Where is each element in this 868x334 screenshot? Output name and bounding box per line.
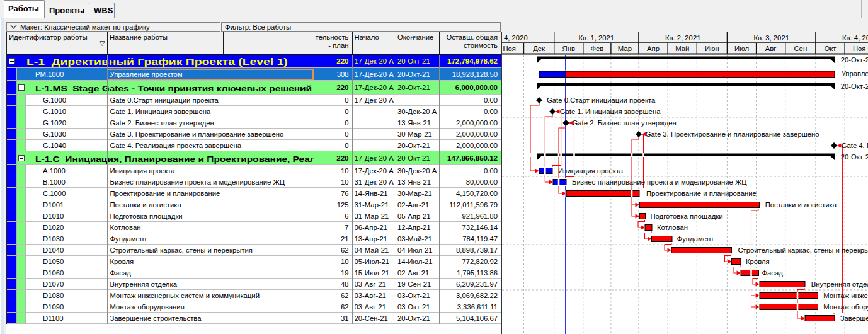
svg-text:Инициация проекта: Инициация проекта (558, 167, 624, 175)
svg-text:Кв. 3, 2021: Кв. 3, 2021 (753, 34, 789, 42)
svg-text:Внутренняя отделка: Внутренняя отделка (811, 280, 868, 288)
svg-text:Кв. 4, 20: Кв. 4, 20 (842, 34, 868, 42)
svg-text:20-Окт-21: 20-Окт-21 (841, 83, 868, 90)
svg-text:Фев: Фев (590, 45, 603, 52)
svg-text:Монтаж инженерных систем и ком: Монтаж инженерных систем и коммуникаций (823, 292, 868, 299)
svg-text:Gate 2. Бизнес-план утвержден: Gate 2. Бизнес-план утвержден (573, 119, 677, 127)
svg-text:Мар: Мар (618, 45, 632, 52)
svg-text:Управление проектом: Управление проектом (842, 70, 868, 78)
svg-text:Поставки и логистика: Поставки и логистика (765, 201, 837, 209)
svg-text:Авг: Авг (765, 45, 777, 52)
svg-text:Бизнес-планирование проекта и: Бизнес-планирование проекта и моделирова… (572, 178, 747, 186)
svg-text:Котлован: Котлован (657, 224, 688, 231)
svg-text:4, 2020: 4, 2020 (504, 34, 528, 42)
svg-text:Кв. 1, 2021: Кв. 1, 2021 (579, 34, 615, 42)
svg-text:Gate 0.Старт инициации проекта: Gate 0.Старт инициации проекта (547, 96, 656, 104)
svg-text:Май: Май (675, 45, 689, 52)
svg-text:Июл: Июл (734, 45, 749, 52)
svg-text:Монтаж оборудования: Монтаж оборудования (823, 303, 868, 311)
svg-text:Янв: Янв (562, 45, 575, 52)
svg-text:Строительный каркас, стены и п: Строительный каркас, стены и перекрытия (738, 246, 868, 254)
svg-text:20-Окт-21: 20-Окт-21 (841, 153, 868, 161)
svg-text:Проектирование и планирование: Проектирование и планирование (646, 190, 757, 197)
svg-text:20-Окт-21: 20-Окт-21 (841, 56, 868, 64)
svg-text:Сен: Сен (794, 45, 807, 52)
svg-text:Апр: Апр (647, 45, 660, 52)
svg-text:Завершение строительства: Завершение строительства (840, 314, 868, 322)
svg-text:Кровля: Кровля (746, 258, 770, 265)
svg-text:Ноя: Ноя (853, 45, 866, 52)
svg-text:Gate 4. Реализация проекта зав: Gate 4. Реализация проекта завершена (842, 142, 868, 149)
svg-text:Кв. 2, 2021: Кв. 2, 2021 (665, 34, 701, 42)
svg-text:Gate 3. Проектирование и плани: Gate 3. Проектирование и планирование за… (646, 130, 819, 138)
svg-text:Окт: Окт (824, 45, 836, 52)
svg-text:Ноя: Ноя (503, 45, 516, 52)
svg-text:Gate 1. Инициация завершена: Gate 1. Инициация завершена (560, 108, 661, 115)
svg-text:Июн: Июн (705, 45, 719, 52)
svg-text:Фундамент: Фундамент (677, 235, 714, 243)
svg-text:Дек: Дек (533, 45, 545, 52)
svg-text:Подготовка площадки: Подготовка площадки (650, 212, 722, 220)
svg-text:Фасад: Фасад (762, 269, 783, 277)
